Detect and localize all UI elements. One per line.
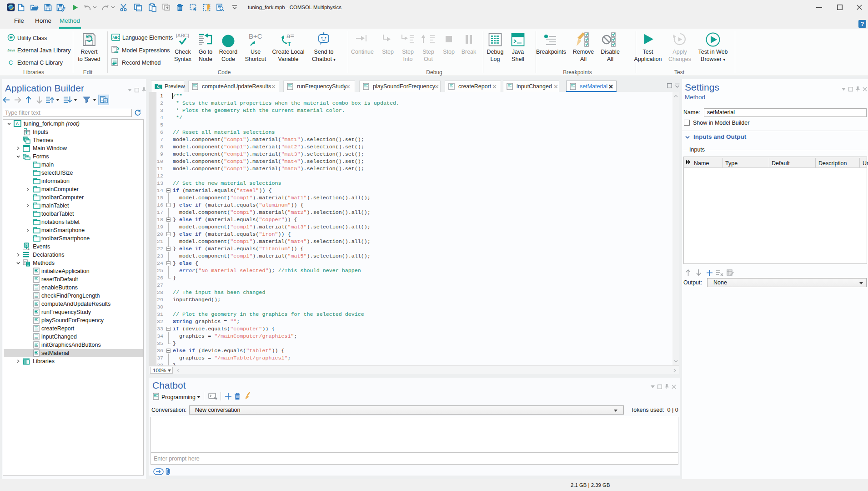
svg-text:[ABC]: [ABC]	[176, 33, 189, 38]
svg-text:a=: a=	[286, 32, 294, 40]
svg-text:a=: a=	[114, 50, 118, 54]
svg-text:C: C	[9, 59, 13, 66]
svg-text:T: T	[287, 40, 291, 47]
svg-text:A: A	[16, 121, 19, 126]
svg-text:ABC: ABC	[112, 35, 120, 40]
svg-text:Java: Java	[7, 48, 15, 52]
svg-text:B+C: B+C	[249, 32, 262, 40]
